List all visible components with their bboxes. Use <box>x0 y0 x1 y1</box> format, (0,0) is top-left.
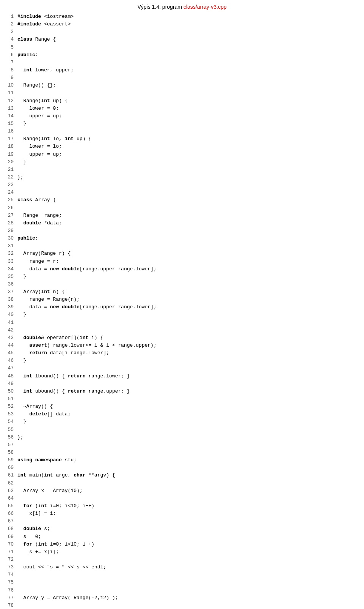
line-number: 55 <box>4 426 14 434</box>
line-number: 35 <box>4 273 14 281</box>
line-number: 72 <box>4 556 14 563</box>
line-number: 61 <box>4 472 14 479</box>
line-number: 28 <box>4 219 14 227</box>
code-line: Range() {}; <box>17 82 360 89</box>
line-number: 19 <box>4 151 14 158</box>
line-number: 14 <box>4 112 14 120</box>
code-line <box>17 480 360 487</box>
line-number: 33 <box>4 258 14 265</box>
line-number: 32 <box>4 250 14 257</box>
code-line <box>17 227 360 235</box>
code-line: Range range; <box>17 212 360 219</box>
code-line: s = 0; <box>17 533 360 541</box>
code-line <box>17 28 360 36</box>
line-number: 5 <box>4 44 14 51</box>
title-link: class/array-v3.cpp <box>184 4 227 10</box>
code-line: lower = lo; <box>17 143 360 150</box>
code-line <box>17 571 360 579</box>
line-number: 57 <box>4 441 14 449</box>
line-number: 7 <box>4 59 14 66</box>
code-block: 1234567891011121314151617181920212223242… <box>0 13 364 609</box>
code-line: x[i] = i; <box>17 510 360 517</box>
code-line <box>17 181 360 189</box>
line-number: 76 <box>4 587 14 594</box>
code-line: int lower, upper; <box>17 66 360 74</box>
line-number: 74 <box>4 571 14 579</box>
line-number: 11 <box>4 89 14 97</box>
line-number: 21 <box>4 166 14 174</box>
line-number: 43 <box>4 334 14 342</box>
code-line <box>17 380 360 388</box>
code-line <box>17 59 360 66</box>
line-number: 22 <box>4 174 14 181</box>
line-number: 36 <box>4 281 14 288</box>
line-number: 53 <box>4 410 14 418</box>
code-line: int ubound() { return range.upper; } <box>17 388 360 395</box>
line-number: 65 <box>4 502 14 510</box>
line-number: 38 <box>4 296 14 303</box>
line-number: 71 <box>4 548 14 556</box>
code-line: }; <box>17 174 360 181</box>
code-line: } <box>17 120 360 128</box>
code-line <box>17 319 360 327</box>
line-number: 42 <box>4 327 14 334</box>
code-line <box>17 517 360 525</box>
line-number: 3 <box>4 28 14 36</box>
line-number: 25 <box>4 196 14 204</box>
code-line: return data[i-range.lower]; <box>17 349 360 357</box>
line-number: 24 <box>4 189 14 196</box>
code-line: Array x = Array(10); <box>17 487 360 495</box>
line-number: 59 <box>4 456 14 464</box>
code-line <box>17 189 360 196</box>
line-numbers: 1234567891011121314151617181920212223242… <box>4 13 17 609</box>
code-line: } <box>17 311 360 319</box>
code-line: using namespace std; <box>17 456 360 464</box>
code-line <box>17 281 360 288</box>
code-line: ~Array() { <box>17 403 360 410</box>
code-line: Array y = Array( Range(-2,12) ); <box>17 594 360 602</box>
line-number: 4 <box>4 36 14 43</box>
line-number: 41 <box>4 319 14 327</box>
line-number: 23 <box>4 181 14 189</box>
code-line: assert( range.lower<= i & i < range.uppe… <box>17 342 360 349</box>
code-line: #include <cassert> <box>17 21 360 28</box>
code-line: #include <iostream> <box>17 13 360 21</box>
code-line: } <box>17 357 360 364</box>
code-line <box>17 587 360 594</box>
line-number: 20 <box>4 158 14 166</box>
line-number: 48 <box>4 372 14 380</box>
line-number: 75 <box>4 579 14 586</box>
line-number: 27 <box>4 212 14 219</box>
line-number: 37 <box>4 288 14 296</box>
code-line: lower = 0; <box>17 105 360 112</box>
code-line <box>17 602 360 609</box>
code-line <box>17 495 360 502</box>
code-line: Array(Range r) { <box>17 250 360 257</box>
code-line: cout << "s_=_" << s << endl; <box>17 563 360 571</box>
code-line <box>17 579 360 586</box>
code-line <box>17 441 360 449</box>
line-number: 40 <box>4 311 14 319</box>
title-prefix: Výpis 1.4: program <box>138 4 184 10</box>
line-number: 73 <box>4 563 14 571</box>
code-line: int lbound() { return range.lower; } <box>17 372 360 380</box>
line-number: 51 <box>4 395 14 403</box>
line-number: 77 <box>4 594 14 602</box>
line-number: 58 <box>4 449 14 456</box>
code-line: range = r; <box>17 258 360 265</box>
code-line <box>17 395 360 403</box>
code-line: } <box>17 273 360 281</box>
page-title: Výpis 1.4: program class/array-v3.cpp <box>0 0 364 13</box>
line-number: 29 <box>4 227 14 235</box>
line-number: 63 <box>4 487 14 495</box>
code-line: int main(int argc, char **argv) { <box>17 472 360 479</box>
code-line <box>17 449 360 456</box>
code-line <box>17 44 360 51</box>
code-line: public: <box>17 235 360 242</box>
code-line: for (int i=0; i<10; i++) <box>17 541 360 548</box>
line-number: 34 <box>4 265 14 273</box>
code-line: Array(int n) { <box>17 288 360 296</box>
line-number: 49 <box>4 380 14 388</box>
code-line: double s; <box>17 525 360 533</box>
code-line <box>17 128 360 135</box>
